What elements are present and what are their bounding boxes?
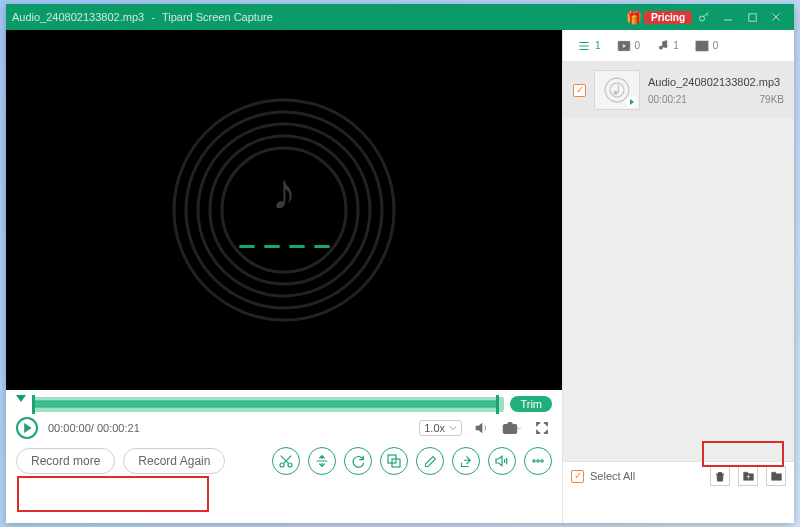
volume-tool[interactable] <box>488 447 516 475</box>
svg-point-0 <box>700 16 705 21</box>
file-item[interactable]: Audio_240802133802.mp3 00:00:2179KB <box>563 62 794 118</box>
share-tool[interactable] <box>452 447 480 475</box>
titlebar-filename: Audio_240802133802.mp3 <box>12 11 144 23</box>
cut-tool[interactable] <box>272 447 300 475</box>
record-again-button[interactable]: Record Again <box>123 448 225 474</box>
compress-tool[interactable] <box>308 447 336 475</box>
merge-tool[interactable] <box>380 447 408 475</box>
bottom-actions: Record more Record Again <box>6 439 562 481</box>
svg-point-21 <box>610 83 624 97</box>
tab-audio[interactable]: 1 <box>650 39 685 53</box>
convert-tool[interactable] <box>344 447 372 475</box>
clip-start-handle[interactable] <box>32 395 35 414</box>
speed-select[interactable]: 1.0x <box>419 420 462 436</box>
open-folder-button[interactable] <box>766 466 786 486</box>
maximize-button[interactable] <box>740 8 764 26</box>
file-panel-footer: Select All <box>563 461 794 523</box>
trim-button[interactable]: Trim <box>510 396 552 412</box>
delete-button[interactable] <box>710 466 730 486</box>
edit-tool[interactable] <box>416 447 444 475</box>
minimize-button[interactable] <box>716 8 740 26</box>
select-all-label: Select All <box>590 470 635 482</box>
file-size: 79KB <box>760 94 784 105</box>
gift-icon: 🎁 <box>626 10 642 25</box>
preview-area: ♪ <box>6 30 562 390</box>
key-icon[interactable] <box>692 8 716 26</box>
snapshot-icon[interactable] <box>502 418 522 438</box>
play-button[interactable] <box>16 417 38 439</box>
disc-visual: ♪ <box>169 95 399 325</box>
titlebar-appname: Tipard Screen Capture <box>162 11 273 23</box>
player-panel: ♪ Trim 00:00:00/ 00:00:21 1.0 <box>6 30 562 523</box>
svg-point-20 <box>605 78 629 102</box>
svg-point-15 <box>541 460 543 462</box>
tab-list[interactable]: 1 <box>571 40 607 52</box>
file-tabs: 1 0 1 0 <box>563 30 794 62</box>
timeline-track[interactable] <box>32 397 504 412</box>
tab-video[interactable]: 0 <box>611 40 647 52</box>
select-all-checkbox[interactable] <box>571 470 584 483</box>
svg-point-8 <box>507 426 512 431</box>
file-name: Audio_240802133802.mp3 <box>648 76 784 88</box>
svg-rect-1 <box>748 13 755 20</box>
volume-icon[interactable] <box>472 418 492 438</box>
svg-point-14 <box>537 460 539 462</box>
close-button[interactable] <box>764 8 788 26</box>
app-window: Audio_240802133802.mp3 - Tipard Screen C… <box>6 4 794 523</box>
thumbnail-play-icon[interactable] <box>626 96 637 107</box>
file-list-empty <box>563 118 794 461</box>
svg-point-17 <box>665 45 668 48</box>
clip-end-handle[interactable] <box>496 395 499 414</box>
record-more-button[interactable]: Record more <box>16 448 115 474</box>
svg-point-22 <box>614 91 618 95</box>
titlebar: Audio_240802133802.mp3 - Tipard Screen C… <box>6 4 794 30</box>
file-panel: 1 0 1 0 Audio_240802133802.mp3 00:00:217… <box>562 30 794 523</box>
file-checkbox[interactable] <box>573 84 586 97</box>
pricing-button[interactable]: Pricing <box>644 11 692 24</box>
tab-image[interactable]: 0 <box>689 40 725 52</box>
fullscreen-icon[interactable] <box>532 418 552 438</box>
file-duration: 00:00:21 <box>648 94 687 105</box>
equalizer-dashes <box>239 245 330 248</box>
player-controls: 00:00:00/ 00:00:21 1.0x <box>6 412 562 439</box>
svg-point-13 <box>533 460 535 462</box>
music-note-icon: ♪ <box>272 163 297 221</box>
timeline-area: Trim <box>6 390 562 412</box>
file-thumbnail <box>594 70 640 110</box>
more-tool[interactable] <box>524 447 552 475</box>
timeline-playhead[interactable] <box>16 395 26 402</box>
time-display: 00:00:00/ 00:00:21 <box>48 422 140 434</box>
export-button[interactable] <box>738 466 758 486</box>
